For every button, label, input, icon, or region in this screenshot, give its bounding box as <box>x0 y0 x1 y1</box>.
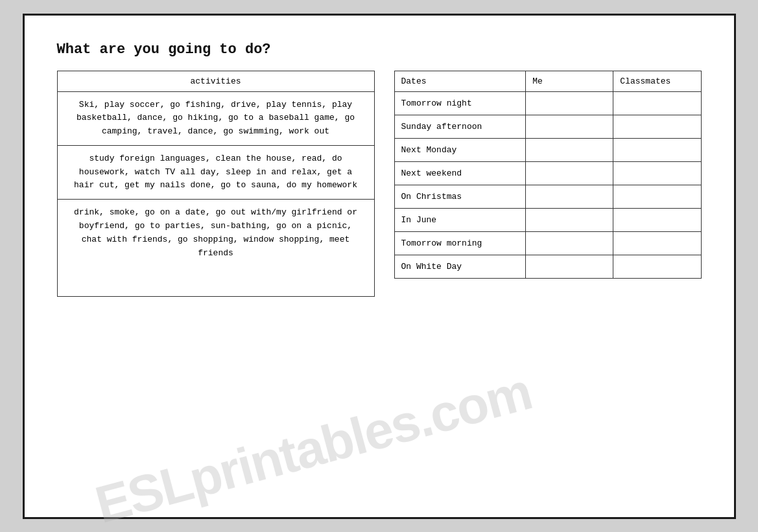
activities-header-cell: activities <box>57 71 374 91</box>
dates-row: Sunday afternoon <box>394 115 701 138</box>
me-cell <box>526 115 613 138</box>
dates-row: Next Monday <box>394 138 701 161</box>
date-cell: Sunday afternoon <box>394 115 526 138</box>
me-cell <box>526 255 613 278</box>
date-cell: On Christmas <box>394 185 526 208</box>
me-cell <box>526 231 613 255</box>
date-cell: Next weekend <box>394 161 526 185</box>
me-cell <box>526 161 613 185</box>
me-cell <box>526 91 613 115</box>
dates-row: On White Day <box>394 255 701 278</box>
page-title: What are you going to do? <box>57 41 702 58</box>
dates-row: In June <box>394 208 701 231</box>
activities-cell-home: study foreign languages, clean the house… <box>57 145 374 199</box>
classmates-cell <box>613 208 701 231</box>
dates-header-row: Dates Me Classmates <box>394 71 701 91</box>
activities-cell-sports: Ski, play soccer, go fishing, drive, pla… <box>57 91 374 145</box>
classmates-cell <box>613 161 701 185</box>
date-cell: In June <box>394 208 526 231</box>
dates-section: Dates Me Classmates Tomorrow nightSunday… <box>394 71 702 279</box>
classmates-cell <box>613 255 701 278</box>
me-cell <box>526 138 613 161</box>
activities-header-row: activities <box>57 71 374 91</box>
activities-cell-social: drink, smoke, go on a date, go out with/… <box>57 200 374 297</box>
classmates-cell <box>613 185 701 208</box>
watermark: ESLprintables.com <box>89 362 537 532</box>
date-cell: Tomorrow morning <box>394 231 526 255</box>
dates-row: On Christmas <box>394 185 701 208</box>
dates-row: Tomorrow morning <box>394 231 701 255</box>
activities-row-sports: Ski, play soccer, go fishing, drive, pla… <box>57 91 374 145</box>
col-me: Me <box>526 71 613 91</box>
me-cell <box>526 185 613 208</box>
date-cell: Tomorrow night <box>394 91 526 115</box>
content-area: activities Ski, play soccer, go fishing,… <box>57 71 702 297</box>
dates-table: Dates Me Classmates Tomorrow nightSunday… <box>394 71 702 279</box>
col-dates: Dates <box>394 71 526 91</box>
classmates-cell <box>613 115 701 138</box>
date-cell: On White Day <box>394 255 526 278</box>
activities-row-home: study foreign languages, clean the house… <box>57 145 374 199</box>
activities-table: activities Ski, play soccer, go fishing,… <box>57 71 375 297</box>
classmates-cell <box>613 91 701 115</box>
classmates-cell <box>613 138 701 161</box>
page-wrapper: ESLprintables.com What are you going to … <box>23 14 736 519</box>
activities-row-social: drink, smoke, go on a date, go out with/… <box>57 200 374 297</box>
me-cell <box>526 208 613 231</box>
activities-section: activities Ski, play soccer, go fishing,… <box>57 71 375 297</box>
dates-row: Next weekend <box>394 161 701 185</box>
col-classmates: Classmates <box>613 71 701 91</box>
classmates-cell <box>613 231 701 255</box>
date-cell: Next Monday <box>394 138 526 161</box>
dates-row: Tomorrow night <box>394 91 701 115</box>
